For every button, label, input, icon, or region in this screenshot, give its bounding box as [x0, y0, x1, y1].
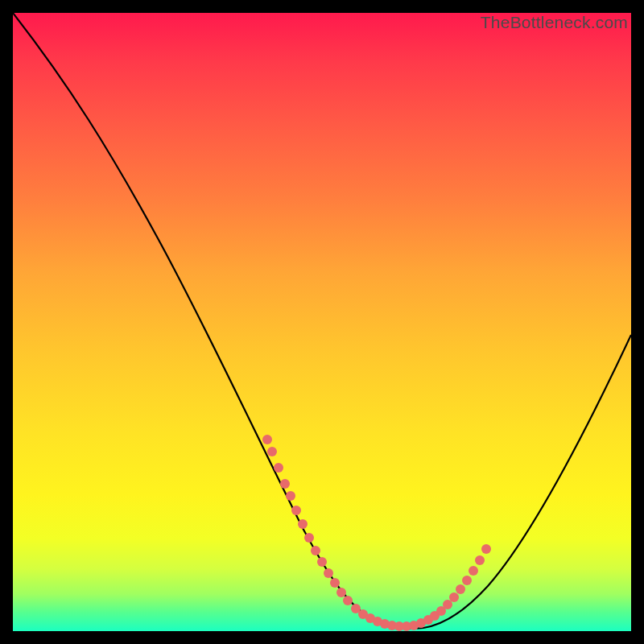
- marker-dot: [330, 578, 340, 588]
- chart-svg: [13, 13, 631, 631]
- marker-dot: [336, 588, 346, 597]
- marker-dot: [280, 479, 290, 489]
- marker-dot: [311, 546, 320, 555]
- bottleneck-curve-path: [13, 13, 631, 629]
- marker-dot: [343, 596, 353, 605]
- marker-dot: [298, 519, 308, 529]
- marker-dot: [274, 463, 283, 473]
- marker-dot: [291, 506, 301, 515]
- marker-dot: [469, 566, 478, 576]
- marker-dot: [324, 568, 333, 578]
- plot-area: TheBottleneck.com: [13, 13, 631, 631]
- marker-dot: [462, 576, 472, 585]
- marker-dot: [456, 584, 465, 594]
- marker-dot: [304, 533, 314, 543]
- marker-dot: [481, 544, 491, 554]
- marker-dot: [475, 555, 485, 565]
- marker-dot: [443, 600, 452, 609]
- marker-dot: [267, 447, 277, 456]
- marker-dot: [262, 435, 272, 444]
- chart-frame: TheBottleneck.com: [6, 6, 638, 638]
- marker-dot: [286, 491, 295, 501]
- marker-dot: [449, 592, 459, 602]
- marker-group: [262, 435, 491, 631]
- marker-dot: [317, 557, 327, 567]
